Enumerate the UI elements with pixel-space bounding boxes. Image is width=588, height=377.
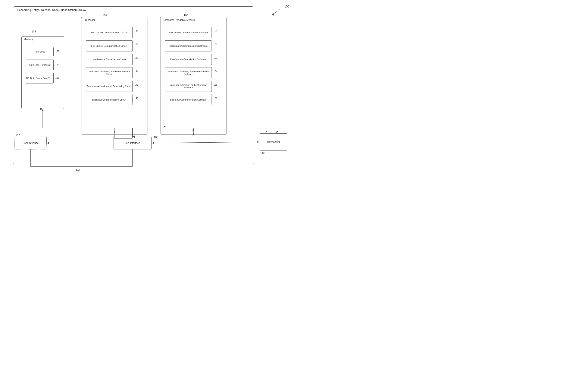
processor-ref-container: 104 (103, 13, 107, 17)
ref-102: 102 (162, 126, 167, 129)
ref-163: 163 (213, 57, 217, 59)
crm-path-loss: Path Loss Discovery and Determination So… (165, 67, 212, 78)
user-interface-box: User Interface (14, 137, 47, 149)
svg-line-29 (275, 9, 280, 13)
memory-label: Memory (24, 38, 33, 41)
processor-label: Processor (84, 19, 95, 22)
diagram: Scheduling Entity / Network Node / Base … (0, 0, 294, 188)
crm-label: Computer-Readable Medium (163, 19, 196, 22)
ref-104-label: 104 (103, 14, 107, 17)
ref-161: 161 (213, 30, 217, 32)
outer-box-label: Scheduling Entity / Network Node / Base … (17, 8, 86, 12)
ref-152: 152 (55, 63, 59, 66)
proc-resource: Resource Allocation and Scheduling Circu… (86, 81, 133, 92)
crm-interference: Interference Cancellation Software (165, 54, 212, 65)
ref-105-label: 105 (32, 30, 36, 33)
proc-full-duplex: Full Duplex Communication Circuit (86, 40, 133, 51)
ref-144: 144 (135, 70, 138, 72)
crm-backhaul: Backhaul Communication Software (165, 94, 212, 105)
proc-half-duplex: Half Duplex Communication Circuit (86, 27, 133, 38)
crm-box: Computer-Readable Medium Half Duplex Com… (160, 17, 226, 134)
bus-interface-box: Bus Interface (113, 137, 152, 149)
ref-166: 166 (213, 97, 217, 99)
memory-box: Memory Path Loss 151 Path Loss Threshold… (21, 36, 64, 109)
crm-full-duplex: Full Duplex Communication Software (165, 40, 212, 51)
ref-100: 100 (284, 5, 289, 8)
ref-153: 153 (55, 76, 59, 79)
ref-146: 146 (135, 97, 138, 99)
proc-path-loss: Path Loss Discovery and Determination Ci… (86, 67, 133, 78)
crm-resource: Resource Allocation and Scheduling Softw… (165, 81, 212, 92)
svg-marker-22 (257, 141, 260, 143)
ref-151: 151 (55, 50, 59, 53)
ref-114: 114 (76, 168, 80, 171)
antenna-dots: ... (270, 131, 272, 134)
transceiver-box: Transceiver (260, 133, 287, 151)
ref-165: 165 (213, 83, 217, 86)
ref-110: 110 (260, 152, 265, 154)
ref-112: 112 (16, 134, 20, 137)
proc-backhaul: Backhaul Communication Circuit (86, 94, 133, 105)
mem-item-ue-data-rate: UE Data Rate / Data Type (26, 73, 54, 83)
memory-ref-container: 105 (29, 29, 34, 33)
ref-162: 162 (213, 43, 217, 46)
processor-box: Processor Half Duplex Communication Circ… (81, 17, 147, 134)
proc-interference: Interference Cancellation Circuit (86, 54, 133, 65)
ref-142: 142 (135, 43, 138, 46)
crm-half-duplex: Half Duplex Communication Software (165, 27, 212, 38)
ref-164: 164 (213, 70, 217, 72)
ref-141: 141 (135, 30, 138, 32)
mem-item-path-loss: Path Loss (26, 47, 54, 56)
crm-ref-container: 106 (184, 13, 188, 17)
ref-145: 145 (135, 83, 138, 86)
ref-106-label: 106 (184, 14, 188, 17)
ref-108: 108 (154, 136, 158, 139)
mem-item-path-loss-threshold: Path Loss Threshold (26, 59, 54, 70)
ref-143: 143 (135, 57, 138, 59)
